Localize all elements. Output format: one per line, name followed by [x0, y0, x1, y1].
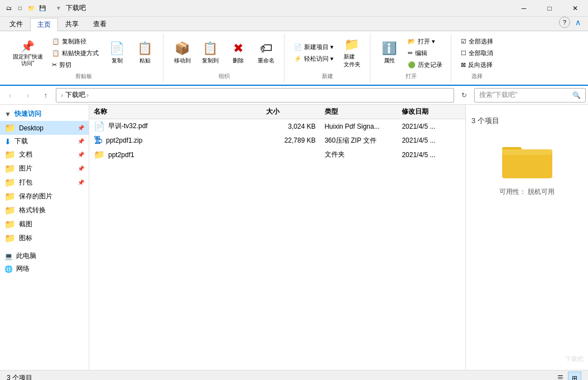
- title-controls: ─ □ ✕: [511, 0, 588, 17]
- sidebar-item-convert[interactable]: 📁 格式转换: [0, 203, 89, 217]
- new-column: 📄 新建项目 ▾ ⚡ 轻松访问 ▾: [290, 42, 338, 65]
- paste-shortcut-button[interactable]: 📋 粘贴快捷方式: [48, 47, 103, 59]
- sidebar-item-screenshot[interactable]: 📁 截图: [0, 217, 89, 231]
- back-button[interactable]: ‹: [2, 87, 18, 103]
- expand-ribbon-button[interactable]: ∧: [572, 17, 584, 28]
- sidebar-item-desktop[interactable]: 📁 Desktop 📌: [0, 121, 89, 135]
- select-none-label: 全部取消: [469, 49, 493, 57]
- tab-share[interactable]: 共享: [58, 17, 86, 31]
- file-row-zip[interactable]: 🗜 ppt2pdf1.zip 22,789 KB 360压缩 ZIP 文件 20…: [89, 134, 465, 148]
- paste-button[interactable]: 📋 粘贴: [132, 36, 158, 70]
- forward-button[interactable]: ›: [20, 87, 36, 103]
- cut-button[interactable]: ✂ 剪切: [48, 59, 103, 70]
- easy-access-button[interactable]: ⚡ 轻松访问 ▾: [290, 53, 338, 65]
- ribbon-group-new: 📄 新建项目 ▾ ⚡ 轻松访问 ▾ 📁 新建文件夹 新建: [286, 33, 370, 82]
- help-button[interactable]: ?: [559, 17, 570, 28]
- tab-home[interactable]: 主页: [30, 18, 58, 31]
- minimize-button[interactable]: ─: [511, 0, 537, 17]
- sidebar-item-network[interactable]: 🌐 网络: [0, 262, 89, 275]
- tab-view[interactable]: 查看: [86, 17, 114, 31]
- copy-path-button[interactable]: 📋 复制路径: [48, 36, 103, 47]
- invert-selection-button[interactable]: ⊠ 反向选择: [457, 59, 497, 70]
- copy-to-label: 复制到: [202, 57, 219, 65]
- copy-to-button[interactable]: 📋 复制到: [197, 36, 224, 70]
- copy-icon: 📄: [109, 41, 124, 56]
- quick-access-header: ▼ 快速访问: [0, 107, 89, 121]
- folder-date: 2021/4/5 ...: [397, 151, 465, 159]
- copy-button[interactable]: 📄 复制: [104, 36, 131, 70]
- sidebar-item-icons[interactable]: 📁 图标: [0, 231, 89, 245]
- file-row-pdf[interactable]: 📄 早训-tv32.pdf 3,024 KB Huixin Pdf Signa.…: [89, 119, 465, 134]
- sidebar-item-documents[interactable]: 📁 文档 📌: [0, 148, 89, 162]
- copy-path-icon: 📋: [52, 38, 60, 45]
- properties-button[interactable]: ℹ️ 属性: [376, 36, 403, 70]
- zip-type: 360压缩 ZIP 文件: [320, 136, 398, 145]
- rename-label: 重命名: [258, 57, 274, 65]
- sidebar-label-network: 网络: [16, 264, 30, 274]
- title-bar-icons: 🗂 □ 📁 💾 ▼: [4, 4, 61, 13]
- open-button[interactable]: 📂 打开 ▾: [404, 36, 446, 47]
- select-none-icon: ☐: [461, 50, 466, 57]
- status-bar: 3 个项目 ☰ ⊞: [0, 370, 588, 380]
- col-date[interactable]: 修改日期: [397, 107, 465, 116]
- open-icon: 📂: [408, 38, 416, 45]
- history-button[interactable]: 🟢 历史记录: [404, 59, 446, 70]
- open-icon[interactable]: 📁: [27, 4, 36, 13]
- refresh-button[interactable]: ↻: [456, 87, 472, 103]
- folder-icon-4: 📁: [4, 177, 16, 188]
- sidebar-item-download[interactable]: ⬇ 下载 📌: [0, 135, 89, 148]
- invert-label: 反向选择: [468, 61, 493, 69]
- move-icon: 📦: [175, 41, 190, 56]
- pin-icon-3: 📌: [78, 152, 84, 158]
- sidebar-item-saved-pics[interactable]: 📁 保存的图片: [0, 189, 89, 203]
- select-none-button[interactable]: ☐ 全部取消: [457, 47, 497, 59]
- move-to-button[interactable]: 📦 移动到: [169, 36, 196, 70]
- select-all-button[interactable]: ☑ 全部选择: [457, 36, 497, 47]
- delete-button[interactable]: ✖ 删除: [225, 36, 252, 70]
- open-buttons: ℹ️ 属性 📂 打开 ▾ ✏ 编辑 🟢 历史记录: [376, 36, 446, 70]
- new-item-button[interactable]: 📄 新建项目 ▾: [290, 42, 338, 53]
- ribbon-group-clipboard: 📌 固定到"快速访问" 📋 复制路径 📋 粘贴快捷方式 ✂ 剪切 📄: [4, 33, 163, 82]
- sidebar-label-download: 下载: [15, 137, 28, 146]
- close-button[interactable]: ✕: [562, 0, 588, 17]
- organize-label: 组织: [219, 70, 230, 80]
- col-size[interactable]: 大小: [262, 107, 320, 116]
- list-view-button[interactable]: ☰: [553, 372, 567, 381]
- zip-icon: 🗜: [94, 135, 103, 145]
- open-label: 打开: [406, 70, 417, 80]
- rename-button[interactable]: 🏷 重命名: [253, 36, 279, 70]
- folder-icon-8: 📁: [4, 233, 16, 243]
- title-bar: 🗂 □ 📁 💾 ▼ 下载吧 ─ □ ✕: [0, 0, 588, 17]
- pin-icon-4: 📌: [78, 165, 84, 172]
- pin-quick-access-button[interactable]: 📌 固定到"快速访问": [9, 36, 47, 70]
- search-box[interactable]: 搜索"下载吧" 🔍: [474, 88, 586, 103]
- sidebar-label-saved-pics: 保存的图片: [19, 192, 52, 201]
- cut-icon: ✂: [52, 61, 57, 69]
- tab-file[interactable]: 文件: [2, 17, 30, 31]
- col-type[interactable]: 类型: [320, 107, 398, 116]
- address-path[interactable]: › 下载吧 ›: [56, 88, 454, 103]
- new-folder-button[interactable]: 📁 新建文件夹: [339, 36, 365, 70]
- preview-count: 3 个项目: [471, 116, 499, 126]
- save-icon[interactable]: 💾: [38, 4, 47, 13]
- file-name-zip: 🗜 ppt2pdf1.zip: [89, 135, 262, 145]
- delete-icon: ✖: [233, 41, 243, 56]
- sidebar-item-pictures[interactable]: 📁 图片 📌: [0, 162, 89, 176]
- copy-path-label: 复制路径: [62, 37, 86, 46]
- open-label: 打开 ▾: [418, 37, 435, 46]
- pin-icon: 📌: [21, 40, 35, 53]
- file-row-folder[interactable]: 📁 ppt2pdf1 文件夹 2021/4/5 ...: [89, 148, 465, 162]
- sidebar-label-screenshot: 截图: [19, 220, 32, 229]
- sidebar-item-thispc[interactable]: 💻 此电脑: [0, 250, 89, 262]
- quick-access-arrow: ▼: [4, 110, 11, 118]
- pin-icon-2: 📌: [78, 138, 84, 144]
- grid-view-button[interactable]: ⊞: [568, 372, 581, 381]
- up-button[interactable]: ↑: [38, 87, 54, 103]
- maximize-button[interactable]: □: [537, 0, 562, 17]
- ribbon: 📌 固定到"快速访问" 📋 复制路径 📋 粘贴快捷方式 ✂ 剪切 📄: [0, 31, 588, 86]
- new-icon[interactable]: □: [16, 4, 25, 13]
- edit-icon: ✏: [408, 50, 413, 57]
- col-name[interactable]: 名称: [89, 107, 262, 116]
- sidebar-item-pack[interactable]: 📁 打包 📌: [0, 176, 89, 189]
- edit-button[interactable]: ✏ 编辑: [404, 47, 446, 59]
